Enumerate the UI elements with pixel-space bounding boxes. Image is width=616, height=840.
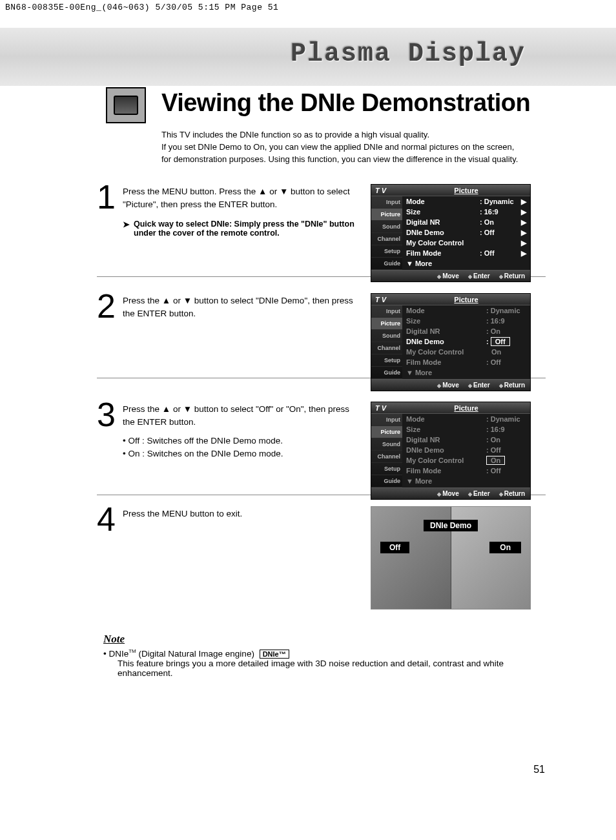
osd-row-size: Size	[406, 208, 480, 216]
step-text: Press the MENU button. Press the ▲ or ▼ …	[123, 183, 362, 210]
osd-tv-label: T V	[371, 296, 402, 303]
osd-foot-move: Move	[437, 272, 459, 280]
osd-title: Picture	[402, 404, 530, 412]
osd-panel-3: T V Picture Input Picture Sound Channel …	[371, 402, 531, 500]
osd-tv-label: T V	[371, 187, 402, 194]
demo-title-badge: DNIe Demo	[424, 520, 478, 531]
osd-row-dnr: Digital NR	[406, 218, 480, 226]
osd-panel-2: T V Picture Input Picture Sound Channel …	[371, 293, 531, 391]
osd-title: Picture	[402, 296, 530, 303]
tip-text: Quick way to select DNIe: Simply press t…	[134, 220, 355, 238]
tip-arrow-icon: ➤	[123, 220, 130, 238]
bullet-on: • On : Switches on the DNIe Demo mode.	[123, 447, 362, 460]
osd-row-film: Film Mode	[406, 249, 480, 257]
osd-option-on-sel: On	[486, 456, 505, 465]
osd-foot-enter: Enter	[468, 272, 490, 280]
chevron-right-icon: ▶	[520, 208, 526, 216]
osd-row-more: ▼ More	[406, 260, 526, 267]
print-header: BN68-00835E-00Eng_(046~063) 5/30/05 5:15…	[0, 0, 616, 15]
step-text: Press the MENU button to exit.	[123, 505, 362, 520]
osd-panel-1: T V Picture Input Picture Sound Channel …	[371, 184, 531, 282]
intro-line-1: This TV includes the DNIe function so as…	[161, 129, 523, 141]
osd-tab-setup: Setup	[371, 245, 402, 258]
osd-row-dnie: DNIe Demo	[406, 446, 486, 454]
step-number: 2	[97, 292, 123, 320]
quick-tip: ➤ Quick way to select DNIe: Simply press…	[123, 220, 355, 238]
osd-tab-guide: Guide	[371, 258, 402, 270]
intro-text: This TV includes the DNIe function so as…	[161, 129, 523, 166]
note-heading: Note	[103, 633, 517, 646]
tv-icon	[106, 87, 146, 123]
osd-option-on: On	[486, 348, 501, 356]
page-title: Viewing the DNIe Demonstration	[161, 89, 530, 117]
osd-row-dnie: DNIe Demo	[406, 229, 480, 236]
osd-sidebar: Input Picture Sound Channel Setup Guide	[371, 414, 402, 487]
note-line-2: This feature brings you a more detailed …	[103, 659, 517, 678]
osd-tv-label: T V	[371, 404, 402, 412]
intro-line-2: If you set DNIe Demo to On, you can view…	[161, 141, 523, 166]
step-number: 4	[97, 505, 123, 533]
osd-tab-sound: Sound	[371, 221, 402, 233]
note-line-1: • DNIeTM (Digital Natural Image engine) …	[103, 648, 517, 659]
dnie-demo-preview: DNIe Demo Off On	[371, 506, 531, 610]
osd-option-off: Off	[491, 446, 501, 454]
osd-foot-return: Return	[499, 272, 525, 280]
osd-sidebar: Input Picture Sound Channel Setup Guide	[371, 196, 402, 270]
bullet-off: • Off : Switches off the DNIe Demo mode.	[123, 435, 362, 447]
osd-tab-channel: Channel	[371, 233, 402, 245]
chevron-right-icon: ▶	[520, 239, 526, 247]
chevron-right-icon: ▶	[520, 218, 526, 227]
osd-row-mcc: My Color Control	[406, 239, 480, 247]
osd-row-dnie-sel: DNIe Demo	[406, 338, 486, 345]
osd-row-mode: Mode	[406, 198, 480, 205]
chevron-right-icon: ▶	[520, 229, 526, 237]
osd-title: Picture	[402, 187, 530, 194]
note-section: Note • DNIeTM (Digital Natural Image eng…	[103, 633, 517, 678]
step-text: Press the ▲ or ▼ button to select "Off" …	[123, 400, 362, 460]
banner-strip: Plasma Display	[0, 28, 616, 86]
step-number: 1	[97, 183, 123, 211]
chevron-right-icon: ▶	[520, 249, 526, 258]
osd-option-off: Off	[491, 337, 510, 346]
page-number: 51	[533, 764, 545, 775]
step-text: Press the ▲ or ▼ button to select "DNIe …	[123, 292, 362, 320]
step-number: 3	[97, 400, 123, 429]
demo-on-badge: On	[489, 542, 521, 553]
demo-off-badge: Off	[380, 542, 409, 553]
chevron-right-icon: ▶	[520, 198, 526, 206]
dnie-badge-icon: DNIe™	[260, 650, 289, 659]
osd-tab-picture: Picture	[371, 209, 402, 221]
osd-tab-input: Input	[371, 196, 402, 209]
banner-title: Plasma Display	[291, 39, 526, 68]
osd-sidebar: Input Picture Sound Channel Setup Guide	[371, 305, 402, 379]
